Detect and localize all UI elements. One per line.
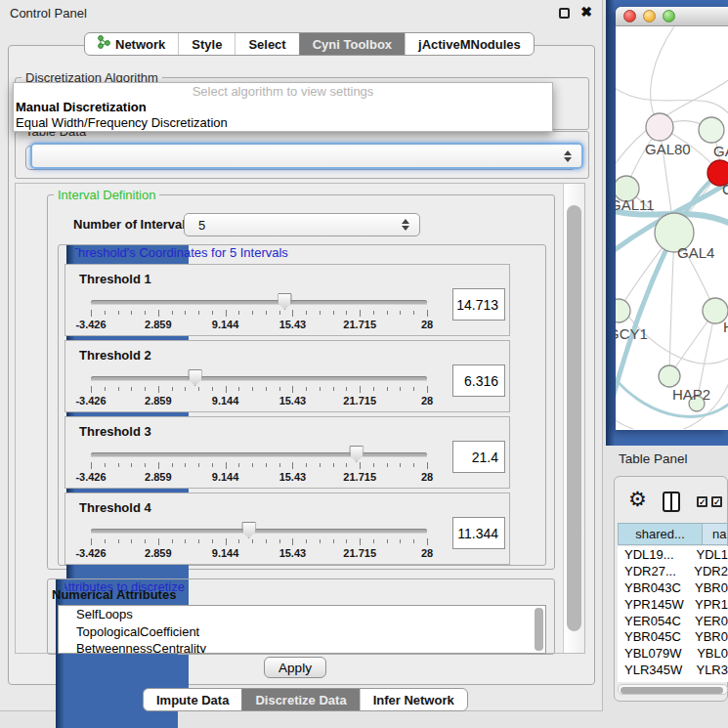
slider-thumb[interactable]	[241, 522, 256, 538]
interval-definition-group-label: Interval Definition	[54, 188, 159, 202]
float-window-icon[interactable]	[559, 8, 570, 19]
tab-discretize-data-label: Discretize Data	[255, 689, 346, 711]
node-label: HAP2	[672, 386, 710, 403]
threshold-1-slider[interactable]	[91, 300, 427, 305]
column-header-shared-name[interactable]: shared...	[618, 523, 703, 545]
column-header-name[interactable]: na	[703, 523, 728, 545]
table-row[interactable]: YER054CYER0	[618, 613, 728, 629]
tab-infer-network-label: Infer Network	[373, 689, 454, 711]
slider-scale: -3.4262.8599.14415.4321.71528	[91, 471, 427, 483]
minimize-traffic-light-icon[interactable]	[643, 10, 656, 22]
table-row[interactable]: YLR345WYLR3	[618, 662, 728, 678]
algorithm-combobox[interactable]	[30, 143, 583, 169]
threshold-4-block: Threshold 4 -3.4262.8599.14415.4321.7152…	[64, 492, 510, 565]
close-traffic-light-icon[interactable]	[623, 10, 636, 22]
numerical-attributes-list: SelfLoops TopologicalCoefficient Between…	[58, 605, 546, 654]
zoom-traffic-light-icon[interactable]	[663, 10, 675, 22]
threshold-1-value-field[interactable]: 14.713	[452, 288, 505, 321]
cell[interactable]: YBR045C	[618, 629, 692, 644]
list-item[interactable]: SelfLoops	[59, 606, 545, 623]
table-row[interactable]: YPR145WYPR1	[618, 596, 728, 613]
list-item[interactable]: BetweennessCentrality	[59, 640, 545, 654]
cell[interactable]: YBR0	[692, 629, 728, 644]
panel-scrollbar-thumb[interactable]	[567, 205, 581, 631]
network-node[interactable]	[616, 299, 630, 322]
gear-icon[interactable]: ⚙	[628, 489, 647, 509]
threshold-4-slider[interactable]	[91, 529, 427, 534]
table-row[interactable]: YBL079WYBL0	[618, 645, 728, 662]
attributes-group: Attributes to discretize Numerical Attri…	[47, 578, 555, 655]
tab-discretize-data[interactable]: Discretize Data	[241, 689, 359, 710]
cell[interactable]: YBL079W	[618, 646, 694, 661]
cell[interactable]: YDR27...	[618, 564, 691, 578]
threshold-4-value-field[interactable]: 11.344	[452, 517, 505, 549]
threshold-3-value-field[interactable]: 21.4	[452, 441, 505, 473]
cell[interactable]: YPR1	[692, 597, 728, 612]
network-canvas[interactable]: GAL80 GA C GAL11 GAL4 GCY1 H HAP2	[616, 26, 728, 429]
cell[interactable]: YIL0	[699, 679, 728, 682]
tab-style[interactable]: Style	[178, 33, 235, 55]
threshold-2-slider[interactable]	[91, 376, 427, 381]
network-node[interactable]	[659, 365, 680, 387]
table-row[interactable]: YIL052CYIL0	[618, 678, 728, 682]
table-header-row: shared... na	[618, 523, 728, 545]
tab-cyni-toolbox[interactable]: Cyni Toolbox	[299, 33, 405, 55]
network-window: GAL80 GA C GAL11 GAL4 GCY1 H HAP2	[616, 7, 728, 430]
tab-jactivemnodules[interactable]: jActiveMNodules	[405, 33, 534, 55]
cell[interactable]: YER054C	[618, 614, 692, 628]
control-panel-window: Control Panel ✖ Network S	[0, 0, 603, 711]
close-icon[interactable]: ✖	[580, 4, 592, 20]
cell[interactable]: YLR3	[693, 663, 728, 677]
cell[interactable]: YDL1	[693, 547, 728, 562]
table-row[interactable]: YDR27...YDR2	[618, 563, 728, 579]
checkbox-icon[interactable]: ✓	[711, 496, 722, 507]
tab-network[interactable]: Network	[85, 33, 178, 55]
cell[interactable]: YER0	[692, 614, 728, 628]
tab-select[interactable]: Select	[235, 33, 298, 55]
list-scrollbar[interactable]	[535, 608, 543, 651]
slider-scale: -3.4262.8599.14415.4321.71528	[91, 319, 427, 330]
table-horizontal-scrollbar-thumb[interactable]	[621, 687, 723, 694]
cell[interactable]: YBR0	[692, 580, 728, 595]
cell[interactable]: YBL0	[694, 646, 728, 661]
tab-jactivemnodules-label: jActiveMNodules	[418, 33, 521, 56]
tab-network-label: Network	[115, 33, 165, 56]
slider-ticks	[91, 538, 427, 546]
number-of-intervals-label: Number of Intervals	[73, 217, 193, 232]
cell[interactable]: YDL19...	[618, 547, 693, 562]
algorithm-option-manual[interactable]: Manual Discretization	[14, 100, 552, 115]
slider-thumb[interactable]	[188, 369, 202, 386]
number-of-intervals-combobox[interactable]: 5	[184, 213, 420, 236]
threshold-3-slider[interactable]	[91, 452, 427, 457]
cell[interactable]: YIL052C	[618, 679, 699, 682]
threshold-4-label: Threshold 4	[79, 500, 151, 515]
node-label: GAL11	[616, 196, 655, 213]
cell[interactable]: YDR2	[691, 564, 728, 578]
cell[interactable]: YBR043C	[618, 580, 692, 595]
combo-stepper-icon	[402, 219, 409, 231]
slider-thumb[interactable]	[278, 293, 292, 310]
tab-impute-data-label: Impute Data	[156, 689, 229, 711]
algorithm-option-equal-width[interactable]: Equal Width/Frequency Discretization	[14, 115, 552, 131]
table-row[interactable]: YDL19...YDL1	[618, 546, 728, 563]
thresholds-group: Threshold's Coordinates for 5 Intervals …	[58, 244, 546, 566]
cell[interactable]: YPR145W	[618, 597, 692, 612]
tab-infer-network[interactable]: Infer Network	[360, 689, 467, 710]
apply-button[interactable]: Apply	[264, 657, 326, 678]
slider-ticks	[91, 462, 427, 470]
cell[interactable]: YLR345W	[618, 663, 693, 677]
table-row[interactable]: YBR043CYBR0	[618, 579, 728, 596]
network-node[interactable]	[646, 113, 673, 141]
threshold-3-label: Threshold 3	[79, 424, 151, 439]
slider-thumb[interactable]	[349, 446, 364, 462]
column-layout-icon[interactable]	[663, 492, 680, 512]
network-nodes[interactable]	[616, 113, 728, 411]
table-row[interactable]: YBR045CYBR0	[618, 628, 728, 645]
list-item[interactable]: TopologicalCoefficient	[59, 623, 545, 641]
threshold-2-value-field[interactable]: 6.316	[452, 364, 505, 397]
network-node[interactable]	[699, 117, 724, 143]
combo-stepper-icon	[564, 150, 572, 162]
slider-ticks	[91, 310, 427, 318]
checkbox-icon[interactable]: ✓	[697, 496, 707, 507]
tab-impute-data[interactable]: Impute Data	[144, 689, 241, 710]
